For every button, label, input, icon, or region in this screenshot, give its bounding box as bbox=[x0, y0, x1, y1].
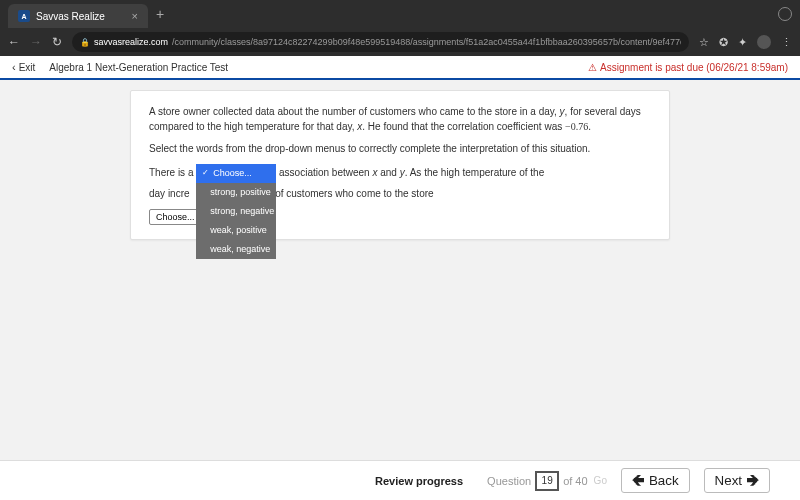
dropdown-selected[interactable]: ✓ Choose... bbox=[196, 164, 276, 183]
browser-tab[interactable]: A Savvas Realize × bbox=[8, 4, 148, 28]
dropdown-popup: ✓ Choose... strong, positive strong, neg… bbox=[196, 164, 276, 259]
sentence-row-1: There is a Choose... ✓ Choose... strong,… bbox=[149, 165, 651, 181]
dropdown-list: strong, positive strong, negative weak, … bbox=[196, 183, 276, 259]
go-button[interactable]: Go bbox=[594, 475, 607, 486]
due-warning-text: Assignment is past due (06/26/21 8:59am) bbox=[600, 62, 788, 73]
lock-icon: 🔒 bbox=[80, 38, 90, 47]
assignment-header: ‹ Exit Algebra 1 Next-Generation Practic… bbox=[0, 56, 800, 80]
next-button[interactable]: Next 🡺 bbox=[704, 468, 770, 493]
puzzle-icon[interactable]: ✦ bbox=[738, 36, 747, 49]
due-warning: ⚠ Assignment is past due (06/26/21 8:59a… bbox=[588, 62, 788, 73]
exit-label: Exit bbox=[19, 62, 36, 73]
warning-icon: ⚠ bbox=[588, 62, 597, 73]
chevron-left-icon: ‹ bbox=[12, 61, 16, 73]
forward-icon: → bbox=[30, 35, 42, 49]
profile-avatar[interactable] bbox=[757, 35, 771, 49]
browser-toolbar: ← → ↻ 🔒 savvasrealize.com/community/clas… bbox=[0, 28, 800, 56]
browser-tab-strip: A Savvas Realize × + bbox=[0, 0, 800, 28]
url-host: savvasrealize.com bbox=[94, 37, 168, 47]
url-bar[interactable]: 🔒 savvasrealize.com/community/classes/8a… bbox=[72, 32, 689, 52]
extensions-icon[interactable]: ✪ bbox=[719, 36, 728, 49]
question-number-input[interactable] bbox=[535, 471, 559, 491]
footer-nav: Review progress Question of 40 Go 🡸 Back… bbox=[0, 460, 800, 500]
exit-button[interactable]: ‹ Exit bbox=[12, 61, 35, 73]
question-indicator: Question of 40 Go bbox=[487, 471, 607, 491]
assignment-title: Algebra 1 Next-Generation Practice Test bbox=[49, 62, 228, 73]
review-progress-button[interactable]: Review progress bbox=[375, 475, 463, 487]
menu-icon[interactable]: ⋮ bbox=[781, 36, 792, 49]
tab-title: Savvas Realize bbox=[36, 11, 105, 22]
dropdown-2[interactable]: Choose... bbox=[149, 209, 202, 225]
reload-icon[interactable]: ↻ bbox=[52, 35, 62, 49]
star-icon[interactable]: ☆ bbox=[699, 36, 709, 49]
dropdown-option[interactable]: strong, positive bbox=[196, 183, 276, 202]
window-control-icon[interactable] bbox=[778, 7, 792, 21]
dropdown-option[interactable]: weak, positive bbox=[196, 221, 276, 240]
tab-favicon: A bbox=[18, 10, 30, 22]
question-card: A store owner collected data about the n… bbox=[130, 90, 670, 240]
question-paragraph-1: A store owner collected data about the n… bbox=[149, 105, 651, 134]
url-path: /community/classes/8a97124c82274299b09f4… bbox=[172, 37, 681, 47]
arrow-right-icon: 🡺 bbox=[746, 473, 759, 488]
dropdown-option[interactable]: weak, negative bbox=[196, 240, 276, 259]
back-icon[interactable]: ← bbox=[8, 35, 20, 49]
arrow-left-icon: 🡸 bbox=[632, 473, 645, 488]
tab-close-icon[interactable]: × bbox=[132, 10, 138, 22]
check-icon: ✓ bbox=[202, 167, 209, 179]
dropdown-option[interactable]: strong, negative bbox=[196, 202, 276, 221]
content-area: A store owner collected data about the n… bbox=[0, 80, 800, 250]
new-tab-button[interactable]: + bbox=[156, 6, 164, 22]
question-paragraph-2: Select the words from the drop-down menu… bbox=[149, 142, 651, 157]
back-button[interactable]: 🡸 Back bbox=[621, 468, 690, 493]
